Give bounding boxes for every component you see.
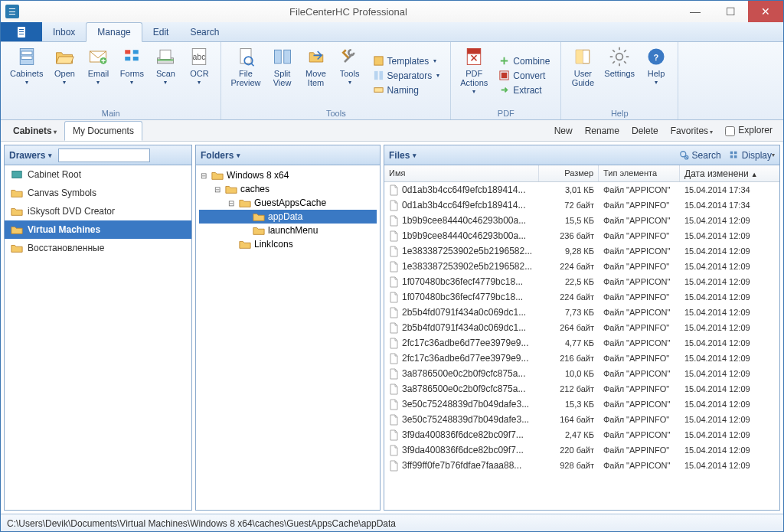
cabinets-dropdown[interactable]: Cabinets <box>5 122 64 140</box>
user-guide-button[interactable]: User Guide <box>566 44 599 107</box>
tree-node[interactable]: LinkIcons <box>199 237 377 251</box>
tree-node[interactable]: ⊟GuestAppsCache <box>199 196 377 210</box>
file-row[interactable]: 3e50c75248839d7b049dafe3...164 байтФайл … <box>384 412 779 427</box>
tree-node[interactable]: launchMenu <box>199 224 377 237</box>
files-header: Files▾ Search Display <box>384 145 779 165</box>
tools-button[interactable]: Tools▾ <box>333 44 367 107</box>
svg-rect-40 <box>734 151 737 154</box>
drawer-item[interactable]: Canvas Symbols <box>5 184 191 202</box>
minimize-button[interactable]: — <box>678 1 713 22</box>
email-button[interactable]: Email▾ <box>81 44 115 107</box>
explorer-check[interactable]: Explorer <box>719 125 779 135</box>
pdf-actions-button[interactable]: PDF Actions▾ <box>456 44 492 107</box>
file-row[interactable]: 2fc17c36adbe6d77ee3979e9...216 байтФайл … <box>384 351 779 366</box>
templates-button[interactable]: Templates▾ <box>370 54 443 68</box>
file-row[interactable]: 2b5b4fd0791f434a0c069dc1...264 байтФайл … <box>384 320 779 335</box>
move-item-button[interactable]: Move Item <box>299 44 333 107</box>
scan-button[interactable]: Scan▾ <box>149 44 182 107</box>
col-date[interactable]: Дата изменени ▲ <box>680 165 764 181</box>
file-row[interactable]: 2fc17c36adbe6d77ee3979e9...4,77 КБФайл "… <box>384 335 779 351</box>
tab-my-documents[interactable]: My Documents <box>64 121 142 141</box>
file-row[interactable]: 3ff99ff0fe7b76fdfae7faaa88...928 байтФай… <box>384 458 779 473</box>
convert-button[interactable]: Convert <box>495 68 553 83</box>
svg-line-20 <box>251 64 254 67</box>
help-button[interactable]: ?Help▾ <box>639 44 673 107</box>
svg-rect-26 <box>374 88 382 93</box>
svg-rect-31 <box>577 50 583 64</box>
extract-button[interactable]: Extract <box>495 83 553 97</box>
rename-action[interactable]: Rename <box>579 126 626 136</box>
file-row[interactable]: 2b5b4fd0791f434a0c069dc1...7,73 КБФайл "… <box>384 305 779 320</box>
file-row[interactable]: 1e383387253902e5b2196582...9,28 КБФайл "… <box>384 243 779 259</box>
svg-rect-24 <box>374 71 377 80</box>
favorites-action[interactable]: Favorites <box>665 126 720 136</box>
group-main-label: Main <box>5 107 216 119</box>
tree-node[interactable]: ⊟Windows 8 x64 <box>199 168 377 182</box>
drawer-item[interactable]: Восстановленные <box>5 239 191 257</box>
tab-search[interactable]: Search <box>179 23 230 41</box>
separators-button[interactable]: Separators▾ <box>370 68 443 83</box>
status-bar: C:\Users\Devik\Documents\Virtual Machine… <box>1 514 783 532</box>
drawers-filter-input[interactable] <box>58 149 150 162</box>
file-row[interactable]: 3f9da400836f6dce82bc09f7...2,47 КБФайл "… <box>384 427 779 442</box>
search-action[interactable]: Search <box>679 150 721 161</box>
tree-node[interactable]: appData <box>199 210 377 224</box>
file-row[interactable]: 3e50c75248839d7b049dafe3...15,3 КБФайл "… <box>384 397 779 412</box>
folders-panel: Folders▾ ⊟Windows 8 x64⊟caches⊟GuestApps… <box>195 145 381 511</box>
file-row[interactable]: 3a8786500e0c2b0f9cfc875a...10,0 КБФайл "… <box>384 366 779 381</box>
naming-button[interactable]: Naming <box>370 83 443 97</box>
file-row[interactable]: 0d1ab3b4cc64f9efcb189414...72 байтФайл "… <box>384 197 779 213</box>
svg-rect-10 <box>133 50 139 54</box>
file-row[interactable]: 1b9b9cee84440c46293b00a...15,5 КБФайл "A… <box>384 213 779 228</box>
tab-edit[interactable]: Edit <box>142 23 180 41</box>
col-type[interactable]: Тип элемента <box>599 165 680 181</box>
svg-rect-9 <box>126 50 131 54</box>
titlebar: ☰ FileCenterHC Professional — ☐ ✕ <box>1 1 783 22</box>
files-column-header: Имя Размер Тип элемента Дата изменени ▲ <box>384 165 779 182</box>
drawers-panel: Drawers▾ Cabinet RootCanvas SymbolsiSkys… <box>4 145 192 511</box>
group-pdf-label: PDF <box>456 107 556 119</box>
svg-rect-11 <box>126 57 131 60</box>
cabinet-bar: Cabinets My Documents New Rename Delete … <box>1 120 783 142</box>
split-view-button[interactable]: Split View <box>266 44 299 107</box>
svg-rect-6 <box>21 56 32 59</box>
drawer-item[interactable]: Cabinet Root <box>5 165 191 184</box>
tab-inbox[interactable]: Inbox <box>42 23 86 41</box>
tree-node[interactable]: ⊟caches <box>199 182 377 196</box>
file-row[interactable]: 1f070480bc36fecf4779bc18...22,5 КБФайл "… <box>384 274 779 289</box>
drawer-item[interactable]: Virtual Machines <box>5 220 191 239</box>
tab-manage[interactable]: Manage <box>86 22 142 42</box>
file-row[interactable]: 3a8786500e0c2b0f9cfc875a...212 байтФайл … <box>384 381 779 397</box>
close-button[interactable]: ✕ <box>748 1 783 22</box>
files-panel: Files▾ Search Display Имя Размер Тип эле… <box>384 145 780 511</box>
file-row[interactable]: 0d1ab3b4cc64f9efcb189414...3,01 КБФайл "… <box>384 182 779 197</box>
app-icon: ☰ <box>5 5 19 18</box>
svg-rect-5 <box>21 51 32 54</box>
settings-button[interactable]: Settings <box>599 44 639 107</box>
forms-button[interactable]: Forms▾ <box>115 44 149 107</box>
col-name[interactable]: Имя <box>384 165 539 181</box>
svg-rect-15 <box>158 60 174 61</box>
file-preview-button[interactable]: File Preview <box>226 44 265 107</box>
col-size[interactable]: Размер <box>539 165 599 181</box>
file-row[interactable]: 1e383387253902e5b2196582...224 байтФайл … <box>384 259 779 274</box>
cabinets-button[interactable]: Cabinets▾ <box>5 44 47 107</box>
ocr-button[interactable]: abcOCR▾ <box>182 44 216 107</box>
open-button[interactable]: Open▾ <box>47 44 81 107</box>
file-row[interactable]: 3f9da400836f6dce82bc09f7...220 байтФайл … <box>384 442 779 458</box>
file-row[interactable]: 1f070480bc36fecf4779bc18...224 байтФайл … <box>384 289 779 305</box>
svg-rect-42 <box>734 155 737 158</box>
file-row[interactable]: 1b9b9cee84440c46293b00a...236 байтФайл "… <box>384 228 779 243</box>
combine-button[interactable]: Combine <box>495 54 553 68</box>
display-action[interactable]: Display <box>729 150 775 161</box>
drawer-item[interactable]: iSkysoft DVD Creator <box>5 202 191 220</box>
delete-action[interactable]: Delete <box>626 126 665 136</box>
svg-text:?: ? <box>654 53 658 62</box>
svg-rect-21 <box>274 50 281 64</box>
svg-rect-28 <box>468 49 482 54</box>
svg-rect-22 <box>283 50 290 64</box>
svg-rect-30 <box>501 73 508 79</box>
file-tab[interactable] <box>1 22 42 41</box>
maximize-button[interactable]: ☐ <box>713 1 748 22</box>
new-action[interactable]: New <box>548 126 579 136</box>
